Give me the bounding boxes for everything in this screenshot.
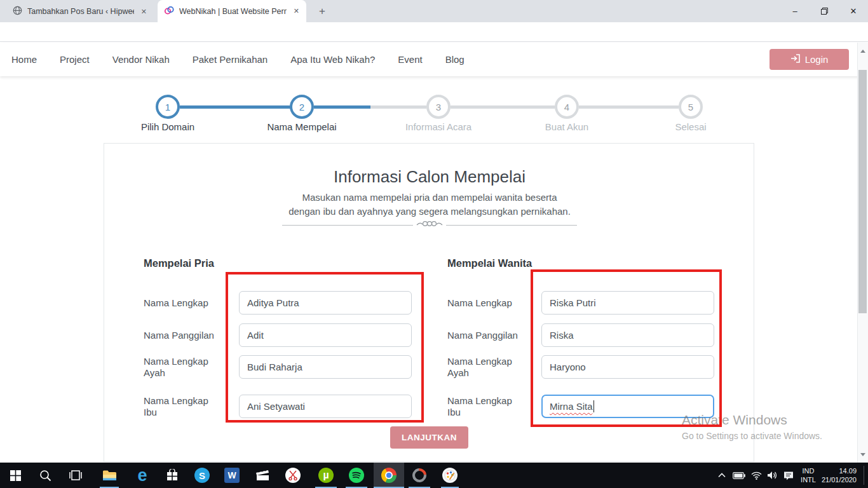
tab-title: WebNikah | Buat Website Pernika (179, 7, 287, 16)
groom-nama-panggilan-input[interactable] (239, 323, 412, 347)
nav-item-vendor-nikah[interactable]: Vendor Nikah (112, 54, 170, 65)
bride-section-heading: Mempelai Wanita (447, 257, 532, 269)
video-editor-icon[interactable] (255, 468, 270, 483)
text-caret (593, 400, 595, 412)
form-subtitle-line2: dengan ibu dan ayahnya yang segera melan… (104, 206, 755, 217)
site-navbar: Home Project Vendor Nikah Paket Pernikah… (0, 43, 868, 76)
step-circle-2[interactable]: 2 (290, 95, 314, 119)
battery-icon[interactable] (732, 468, 746, 483)
snipping-tool-icon[interactable] (285, 468, 301, 483)
scroll-up-icon[interactable] (860, 50, 865, 53)
window-close-button[interactable]: ✕ (839, 0, 868, 22)
spotify-icon[interactable] (349, 468, 364, 483)
bride-nama-panggilan-input[interactable] (541, 323, 714, 347)
language-indicator[interactable]: IND INTL (797, 466, 820, 484)
step-connector-2-3-rest (370, 105, 426, 109)
tray-chevron-up-icon[interactable] (717, 468, 727, 483)
page-title: Informasi Calon Mempelai (104, 167, 755, 187)
volume-icon[interactable] (766, 468, 778, 483)
search-icon[interactable] (37, 468, 53, 483)
tab-close-icon[interactable]: ✕ (292, 7, 301, 15)
lanjutkan-button[interactable]: LANJUTKAN (390, 426, 468, 449)
format-factory-icon[interactable] (412, 468, 427, 483)
nav-item-project[interactable]: Project (60, 54, 90, 65)
nav-item-blog[interactable]: Blog (445, 54, 465, 65)
utorrent-icon[interactable]: µ (318, 468, 334, 483)
step-circle-3: 3 (426, 95, 451, 119)
edge-icon[interactable]: e (135, 468, 150, 483)
file-explorer-icon[interactable] (102, 468, 117, 483)
login-label: Login (805, 54, 829, 65)
step-label-selesai: Selesai (627, 121, 754, 132)
form-card: Informasi Calon Mempelai Masukan nama me… (104, 143, 754, 462)
step-connector-1-2 (180, 105, 290, 109)
step-circle-1[interactable]: 1 (156, 95, 180, 119)
bride-nama-ayah-label: Nama Lengkap Ayah (447, 355, 527, 379)
input-text-misspelled: Mirna Sita (550, 401, 593, 412)
step-circle-4: 4 (555, 95, 579, 119)
browser-toolbar: ← → ⟳ webnikah.com /create/mempelai Ga ☆… (0, 22, 868, 42)
nav-item-apa-itu[interactable]: Apa Itu Web Nikah? (290, 54, 375, 65)
windows-taskbar: e S W µ (0, 463, 868, 488)
language-line2: INTL (797, 475, 820, 484)
browser-window: Tambahkan Pos Baru ‹ Hipwee — ✕ WebNikah… (0, 0, 868, 488)
word-icon[interactable]: W (224, 468, 240, 483)
groom-nama-lengkap-input[interactable] (239, 291, 412, 315)
bride-nama-panggilan-label: Nama Panggilan (447, 323, 527, 347)
groom-nama-ibu-input[interactable] (239, 395, 412, 418)
ornament-divider (282, 219, 577, 231)
form-subtitle-line1: Masukan nama mempelai pria dan mempelai … (104, 192, 755, 203)
step-label-nama-mempelai: Nama Mempelai (238, 121, 365, 132)
window-minimize-button[interactable]: – (780, 0, 810, 22)
bride-nama-lengkap-label: Nama Lengkap (447, 291, 527, 315)
groom-section-heading: Mempelai Pria (144, 257, 214, 269)
step-label-informasi-acara: Informasi Acara (375, 121, 502, 132)
language-line1: IND (797, 466, 820, 475)
groom-nama-ibu-label: Nama Lengkap Ibu (144, 395, 224, 418)
step-connector-2-3-progress (314, 105, 370, 109)
groom-nama-lengkap-label: Nama Lengkap (144, 291, 224, 315)
nav-item-home[interactable]: Home (11, 54, 37, 65)
floral-ornament-icon (416, 219, 444, 231)
tab-hipwee[interactable]: Tambahkan Pos Baru ‹ Hipwee — ✕ (6, 3, 154, 20)
step-connector-3-4 (451, 105, 555, 109)
chrome-icon[interactable] (381, 468, 397, 483)
bride-nama-ayah-input[interactable] (541, 355, 714, 379)
bride-nama-lengkap-input[interactable] (541, 291, 714, 315)
nav-item-paket-pernikahan[interactable]: Paket Pernikahan (193, 54, 268, 65)
bride-nama-ibu-label: Nama Lengkap Ibu (447, 395, 527, 418)
new-tab-button[interactable]: + (315, 5, 329, 19)
step-label-pilih-domain: Pilih Domain (104, 121, 231, 132)
wifi-icon[interactable] (750, 468, 763, 483)
rings-favicon-icon (164, 6, 174, 17)
step-circle-5: 5 (679, 95, 703, 119)
groom-nama-ayah-input[interactable] (239, 355, 412, 379)
step-connector-4-5 (579, 105, 679, 109)
scroll-down-icon[interactable] (860, 453, 865, 456)
sign-in-icon (790, 54, 801, 65)
tray-time: 14.09 (820, 466, 857, 475)
tab-title: Tambahkan Pos Baru ‹ Hipwee — (27, 7, 134, 16)
login-button[interactable]: Login (770, 49, 849, 70)
bride-nama-ibu-input-focused[interactable]: Mirna Sita (541, 395, 714, 418)
show-desktop-divider[interactable] (864, 466, 864, 485)
action-center-icon[interactable] (782, 468, 794, 483)
groom-nama-ayah-label: Nama Lengkap Ayah (144, 355, 224, 379)
window-restore-button[interactable] (810, 0, 839, 22)
clock[interactable]: 14.09 21/01/2020 (820, 466, 857, 484)
tab-close-icon[interactable]: ✕ (139, 8, 149, 16)
skype-icon[interactable]: S (194, 468, 210, 483)
tab-strip: Tambahkan Pos Baru ‹ Hipwee — ✕ WebNikah… (0, 0, 868, 22)
task-view-icon[interactable] (68, 468, 83, 483)
step-label-buat-akun: Buat Akun (503, 121, 630, 132)
tray-date: 21/01/2020 (820, 475, 857, 484)
start-button-icon[interactable] (8, 468, 23, 483)
nav-item-event[interactable]: Event (398, 54, 422, 65)
globe-favicon-icon (13, 6, 22, 17)
scrollbar-thumb[interactable] (858, 70, 867, 313)
microsoft-store-icon[interactable] (165, 468, 180, 483)
groom-nama-panggilan-label: Nama Panggilan (144, 323, 224, 347)
paint-palette-icon[interactable] (442, 468, 458, 483)
tab-webnikah-active[interactable]: WebNikah | Buat Website Pernika ✕ (158, 0, 306, 22)
